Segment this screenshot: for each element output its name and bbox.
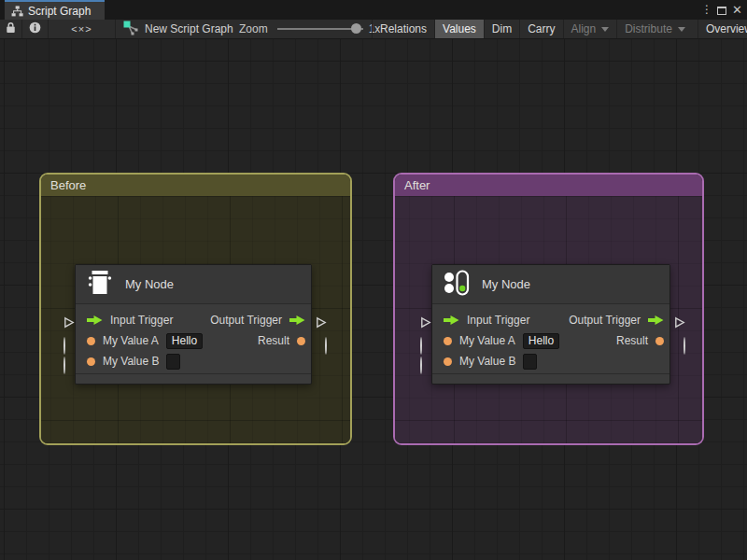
port-label: Output Trigger (210, 314, 282, 327)
zoom-label: Zoom (239, 22, 268, 35)
zoom-slider-handle[interactable] (351, 23, 361, 34)
close-icon[interactable]: ✕ (729, 0, 745, 20)
graph-asset-title: New Script Graph (123, 20, 233, 38)
zoom-slider-track (277, 28, 363, 30)
zoom-control: Zoom 1x (239, 20, 380, 38)
maximize-icon[interactable] (713, 0, 729, 20)
port-label: My Value B (103, 355, 159, 368)
menu-kebab-icon[interactable]: ⋮ (700, 0, 713, 20)
value-a-field[interactable]: Hello (166, 333, 203, 349)
node-body: Input Trigger Output Trigger (432, 304, 669, 373)
window-controls: ⋮ ✕ (700, 0, 745, 20)
value-b-field[interactable] (166, 354, 180, 370)
lock-icon (6, 21, 16, 36)
outer-value-port-left-b[interactable] (420, 357, 422, 374)
value-port-icon[interactable] (87, 357, 95, 366)
port-row: Input Trigger Output Trigger (432, 310, 669, 330)
trigger-out-icon[interactable] (648, 315, 664, 326)
tab-title: Script Graph (28, 5, 91, 18)
chevron-down-icon (601, 27, 609, 32)
node-footer (432, 373, 669, 384)
code-preview-button[interactable]: <×> (49, 20, 116, 38)
outer-trigger-port-right[interactable] (674, 315, 685, 332)
port-label: My Value B (459, 355, 515, 368)
port-row: Input Trigger Output Trigger (76, 310, 311, 330)
chevron-down-icon (678, 27, 685, 32)
script-graph-asset-icon (123, 21, 138, 38)
value-a-field[interactable]: Hello (523, 333, 559, 349)
node-header[interactable]: My Node (76, 265, 311, 304)
port-label: Output Trigger (569, 314, 641, 327)
group-before[interactable]: Before (39, 173, 352, 445)
tab-script-graph[interactable]: Script Graph (5, 0, 105, 20)
info-button[interactable] (22, 20, 49, 38)
group-before-header[interactable]: Before (41, 175, 350, 196)
code-preview-label: <×> (71, 23, 92, 35)
value-port-icon[interactable] (87, 337, 95, 345)
outer-trigger-port-left[interactable] (420, 315, 431, 332)
group-after-header[interactable]: After (395, 175, 702, 196)
toolbar-button-relations[interactable]: Relations (372, 20, 434, 38)
info-icon (29, 21, 41, 36)
port-label: Input Trigger (110, 314, 173, 327)
outer-value-port-left-b[interactable] (63, 357, 65, 374)
value-port-icon[interactable] (297, 337, 305, 345)
node-body: Input Trigger Output Trigger (76, 304, 311, 373)
hierarchy-icon (11, 6, 23, 17)
group-title: Before (50, 178, 86, 192)
toolbar-button-distribute[interactable]: Distribute (616, 20, 693, 38)
toolbar-button-dim[interactable]: Dim (484, 20, 519, 38)
node-title: My Node (482, 277, 530, 291)
unity-script-graph-window: Script Graph ⋮ ✕ (0, 0, 747, 560)
outer-trigger-port-right[interactable] (316, 315, 327, 332)
group-after[interactable]: After (393, 173, 704, 445)
port-row: My Value B (432, 351, 669, 371)
toolbar-button-values[interactable]: Values (434, 20, 484, 38)
value-port-icon[interactable] (655, 337, 664, 345)
node-header[interactable]: My Node (432, 265, 669, 304)
outer-value-port-right[interactable] (325, 338, 327, 355)
toolbar-button-align[interactable]: Align (563, 20, 617, 38)
zoom-slider[interactable] (277, 20, 363, 38)
toolbar-button-carry[interactable]: Carry (519, 20, 562, 38)
graph-asset-name: New Script Graph (145, 22, 233, 35)
port-row: My Value B (76, 351, 311, 371)
trigger-in-icon[interactable] (87, 315, 103, 326)
port-label: My Value A (459, 334, 515, 347)
port-row: My Value A Hello Result (432, 330, 669, 351)
graph-toolbar: <×> New Script Graph Zoom 1x (0, 20, 747, 39)
lock-button[interactable] (0, 20, 22, 38)
port-label: Result (616, 334, 648, 347)
box-unit-icon (87, 269, 113, 301)
node-my-node-before[interactable]: My Node Input Trigger Output Trigger (75, 264, 312, 385)
value-b-field[interactable] (523, 354, 537, 370)
value-port-icon[interactable] (444, 337, 452, 345)
visual-scripting-icon (444, 269, 470, 301)
trigger-in-icon[interactable] (444, 315, 459, 326)
value-port-icon[interactable] (444, 357, 452, 366)
port-label: Input Trigger (467, 314, 529, 327)
outer-value-port-left-a[interactable] (420, 338, 422, 355)
port-label: My Value A (103, 334, 159, 347)
port-label: Result (258, 334, 289, 347)
node-title: My Node (125, 277, 174, 291)
outer-value-port-right[interactable] (684, 338, 685, 355)
graph-canvas[interactable]: Before (0, 39, 747, 560)
toolbar-button-overview[interactable]: Overview (698, 20, 747, 38)
group-title: After (404, 178, 430, 192)
node-footer (76, 373, 311, 384)
view-buttons: Relations Values Dim Carry Align Distrib… (372, 20, 747, 38)
port-row: My Value A Hello Result (76, 330, 311, 351)
trigger-out-icon[interactable] (289, 315, 305, 326)
node-my-node-after[interactable]: My Node Input Trigger Output Trigger (431, 264, 670, 385)
outer-trigger-port-left[interactable] (63, 315, 75, 332)
tab-bar: Script Graph ⋮ ✕ (0, 0, 747, 20)
outer-value-port-left-a[interactable] (63, 338, 65, 355)
